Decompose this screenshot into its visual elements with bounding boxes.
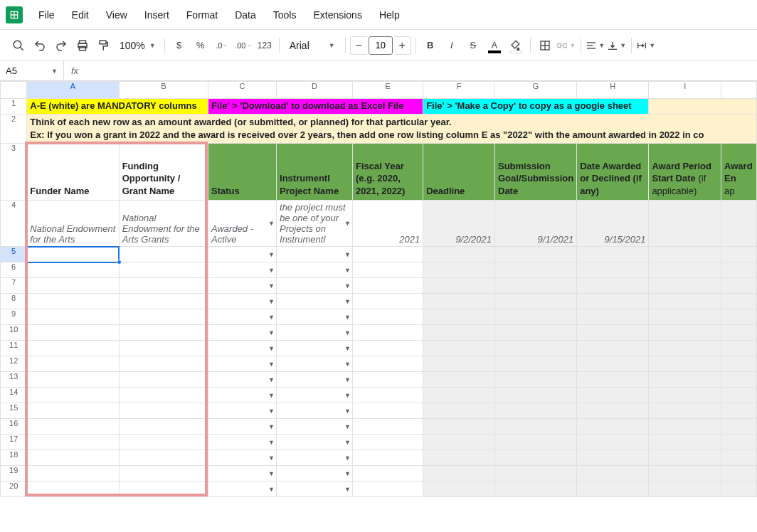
row-header-10[interactable]: 10 — [1, 325, 27, 341]
cell[interactable] — [721, 309, 757, 325]
cell[interactable] — [495, 372, 577, 388]
cell[interactable] — [119, 309, 208, 325]
cell[interactable] — [353, 372, 423, 388]
cell[interactable] — [721, 466, 757, 482]
paint-format-icon[interactable] — [94, 36, 114, 55]
cell[interactable] — [577, 309, 649, 325]
cell[interactable]: ▼ — [277, 341, 353, 356]
dropdown-icon[interactable]: ▼ — [344, 251, 351, 258]
cell[interactable] — [423, 435, 495, 450]
row-header-16[interactable]: 16 — [1, 419, 27, 435]
menu-file[interactable]: File — [31, 5, 62, 25]
cell[interactable] — [119, 278, 208, 294]
undo-icon[interactable] — [30, 36, 50, 55]
cell[interactable] — [649, 356, 721, 372]
dropdown-icon[interactable]: ▼ — [344, 392, 351, 399]
row-header-11[interactable]: 11 — [1, 341, 27, 356]
cell[interactable] — [119, 356, 208, 372]
cell[interactable] — [423, 356, 495, 372]
dropdown-icon[interactable]: ▼ — [344, 470, 351, 477]
dropdown-icon[interactable]: ▼ — [344, 329, 351, 336]
cell[interactable] — [353, 450, 423, 466]
dropdown-icon[interactable]: ▼ — [344, 439, 351, 446]
cell[interactable]: ▼ — [208, 466, 277, 482]
header-project[interactable]: Instrumentl Project Name — [277, 144, 353, 201]
select-all-corner[interactable] — [1, 82, 27, 99]
cell[interactable] — [353, 309, 423, 325]
cell[interactable] — [721, 262, 757, 278]
cell[interactable] — [721, 482, 757, 497]
header-status[interactable]: Status — [208, 144, 277, 201]
cell[interactable] — [27, 466, 119, 482]
font-select[interactable]: Arial▼ — [284, 37, 341, 54]
cell[interactable] — [119, 466, 208, 482]
cell[interactable]: ▼ — [208, 450, 277, 466]
cell[interactable] — [353, 403, 423, 419]
col-header-I[interactable]: I — [649, 82, 721, 99]
cell[interactable] — [119, 450, 208, 466]
cell[interactable] — [577, 466, 649, 482]
name-box[interactable]: A5▼ — [0, 61, 64, 80]
cell[interactable] — [423, 325, 495, 341]
cell[interactable] — [27, 482, 119, 497]
cell[interactable] — [27, 372, 119, 388]
cell[interactable] — [721, 388, 757, 403]
cell[interactable] — [27, 403, 119, 419]
cell[interactable] — [495, 482, 577, 497]
menu-data[interactable]: Data — [228, 5, 263, 25]
col-header-H[interactable]: H — [577, 82, 649, 99]
banner-mandatory[interactable]: A-E (white) are MANDATORY columns — [27, 99, 208, 115]
dropdown-icon[interactable]: ▼ — [268, 345, 275, 352]
cell[interactable]: ▼ — [208, 419, 277, 435]
cell-H4[interactable]: 9/15/2021 — [577, 201, 649, 247]
cell[interactable] — [119, 247, 208, 262]
cell[interactable] — [649, 450, 721, 466]
cell[interactable] — [495, 388, 577, 403]
header-award-end[interactable]: Award Enap — [721, 144, 757, 201]
cell-F4[interactable]: 9/2/2021 — [423, 201, 495, 247]
row-header-20[interactable]: 20 — [1, 482, 27, 497]
cell[interactable] — [577, 435, 649, 450]
col-header-A[interactable]: A — [27, 82, 119, 99]
cell[interactable]: ▼ — [277, 435, 353, 450]
cell[interactable] — [649, 482, 721, 497]
cell[interactable] — [649, 294, 721, 309]
dropdown-icon[interactable]: ▼ — [344, 408, 351, 415]
cell-E4[interactable]: 2021 — [353, 201, 423, 247]
cell[interactable] — [423, 466, 495, 482]
cell[interactable] — [119, 372, 208, 388]
cell[interactable] — [353, 356, 423, 372]
cell[interactable] — [119, 482, 208, 497]
cell[interactable] — [577, 247, 649, 262]
cell[interactable] — [353, 435, 423, 450]
banner-copy[interactable]: File' > 'Make a Copy' to copy as a googl… — [423, 99, 649, 115]
sheets-logo-icon[interactable] — [6, 6, 23, 23]
cell[interactable] — [577, 341, 649, 356]
cell[interactable] — [27, 262, 119, 278]
cell[interactable] — [27, 325, 119, 341]
cell[interactable] — [649, 309, 721, 325]
cell[interactable] — [577, 419, 649, 435]
cell-A4[interactable]: National Endowment for the Arts — [27, 201, 119, 247]
cell[interactable] — [353, 482, 423, 497]
font-size-decrease[interactable]: − — [350, 36, 367, 55]
cell[interactable]: ▼ — [277, 403, 353, 419]
cell-G4[interactable]: 9/1/2021 — [495, 201, 577, 247]
cell[interactable] — [495, 309, 577, 325]
cell[interactable]: ▼ — [277, 356, 353, 372]
col-header-J[interactable] — [721, 82, 757, 99]
dropdown-icon[interactable]: ▼ — [344, 282, 351, 289]
cell-B4[interactable]: National Endowment for the Arts Grants — [119, 201, 208, 247]
cell[interactable] — [353, 466, 423, 482]
col-header-G[interactable]: G — [495, 82, 577, 99]
dropdown-icon[interactable]: ▼ — [268, 251, 275, 258]
cell[interactable] — [721, 356, 757, 372]
cell[interactable] — [423, 247, 495, 262]
banner-download[interactable]: File' > 'Download' to download as Excel … — [208, 99, 423, 115]
cell[interactable]: ▼ — [277, 372, 353, 388]
cell[interactable] — [649, 262, 721, 278]
cell[interactable] — [495, 419, 577, 435]
cell[interactable] — [649, 278, 721, 294]
cell[interactable] — [721, 325, 757, 341]
cell[interactable]: ▼ — [208, 247, 277, 262]
